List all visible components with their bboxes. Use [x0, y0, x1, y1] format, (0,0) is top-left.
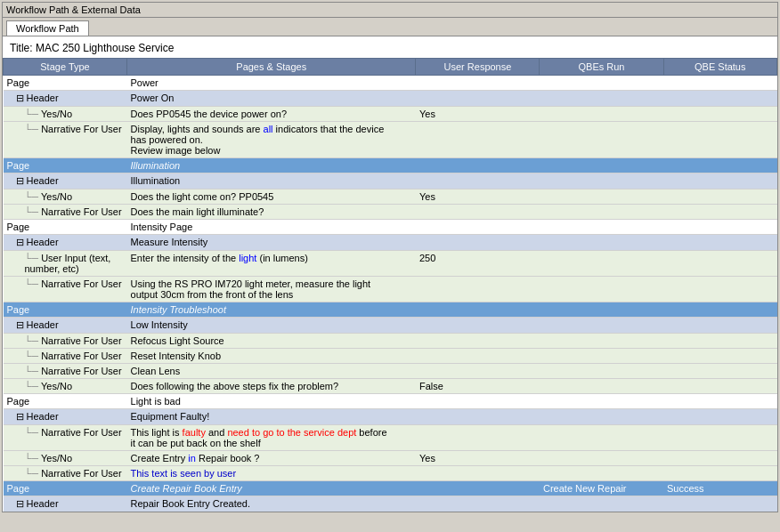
cell-stage: Page [4, 302, 127, 318]
cell-qbestatus [663, 220, 776, 235]
table-row: └─ User Input (text,number, etc)Enter th… [4, 251, 777, 277]
cell-qbestatus [663, 302, 776, 318]
cell-response [416, 318, 540, 334]
cell-qbes [540, 379, 663, 394]
cell-stage: └─ Yes/No [4, 379, 127, 394]
cell-pages: Measure Intensity [127, 235, 416, 251]
cell-response [416, 220, 540, 235]
cell-stage: ⊟ Header [4, 318, 127, 334]
title-row: Title: MAC 250 Lighthouse Service [3, 36, 777, 58]
table-row: ⊟ HeaderIllumination [4, 173, 777, 189]
table-row: └─ Narrative For UserUsing the RS PRO IM… [4, 277, 777, 302]
table-scroll-area[interactable]: Stage Type Pages & Stages User Response … [3, 58, 777, 512]
cell-stage: ⊟ Header [4, 409, 127, 425]
cell-qbes [540, 76, 663, 91]
table-row: └─ Narrative For UserThis text is seen b… [4, 466, 777, 481]
cell-pages: Intensity Troubleshoot [127, 302, 416, 318]
table-row: PagePower [4, 76, 777, 91]
cell-qbes [540, 425, 663, 451]
cell-qbestatus [663, 205, 776, 220]
cell-stage: ⊟ Header [4, 91, 127, 107]
cell-qbes [540, 220, 663, 235]
cell-response: Yes [416, 189, 540, 205]
cell-stage: └─ Narrative For User [4, 122, 127, 158]
table-row: ⊟ HeaderEquipment Faulty! [4, 409, 777, 425]
cell-response [416, 349, 540, 364]
cell-pages: Illumination [127, 173, 416, 189]
cell-response [416, 205, 540, 220]
cell-response [416, 481, 540, 496]
cell-qbestatus [663, 235, 776, 251]
cell-pages: Create Entry in Repair book ? [127, 451, 416, 466]
cell-qbestatus [663, 466, 776, 481]
cell-qbes [540, 251, 663, 277]
cell-pages: Reset Intensity Knob [127, 349, 416, 364]
table-row: └─ Narrative For UserClean Lens [4, 364, 777, 379]
cell-pages: Using the RS PRO IM720 light meter, meas… [127, 277, 416, 302]
cell-response [416, 334, 540, 349]
cell-pages: This text is seen by user [127, 466, 416, 481]
table-row: └─ Yes/NoDoes PP0545 the device power on… [4, 107, 777, 122]
cell-stage: └─ Yes/No [4, 107, 127, 122]
cell-qbestatus [663, 189, 776, 205]
cell-qbestatus [663, 425, 776, 451]
col-header-response: User Response [416, 59, 540, 76]
col-header-pages: Pages & Stages [127, 59, 416, 76]
col-header-qbes: QBEs Run [540, 59, 663, 76]
table-row: ⊟ HeaderRepair Book Entry Created. [4, 496, 777, 512]
cell-qbes [540, 91, 663, 107]
cell-qbes [540, 409, 663, 425]
cell-qbes [540, 451, 663, 466]
cell-qbestatus [663, 451, 776, 466]
cell-pages: Display, lights and sounds are all indic… [127, 122, 416, 158]
cell-qbestatus [663, 409, 776, 425]
cell-response [416, 496, 540, 512]
cell-response: Yes [416, 451, 540, 466]
cell-response: False [416, 379, 540, 394]
cell-qbestatus [663, 318, 776, 334]
cell-qbes [540, 173, 663, 189]
cell-response [416, 158, 540, 173]
table-row: PageIntensity Page [4, 220, 777, 235]
cell-response [416, 394, 540, 409]
table-row: ⊟ HeaderLow Intensity [4, 318, 777, 334]
table-row: └─ Narrative For UserDoes the main light… [4, 205, 777, 220]
cell-stage: └─ Narrative For User [4, 466, 127, 481]
cell-qbestatus: Success [663, 481, 776, 496]
cell-qbestatus [663, 277, 776, 302]
cell-pages: Does the main light illuminate? [127, 205, 416, 220]
cell-pages: Does PP0545 the device power on? [127, 107, 416, 122]
cell-response [416, 76, 540, 91]
cell-qbes [540, 122, 663, 158]
cell-stage: ⊟ Header [4, 235, 127, 251]
cell-stage: └─ Yes/No [4, 451, 127, 466]
cell-response [416, 466, 540, 481]
cell-qbes [540, 158, 663, 173]
cell-pages: Does following the above steps fix the p… [127, 379, 416, 394]
table-row: └─ Yes/NoDoes the light come on? PP0545Y… [4, 189, 777, 205]
col-header-qbestatus: QBE Status [663, 59, 776, 76]
cell-qbes [540, 466, 663, 481]
cell-pages: Create Repair Book Entry [127, 481, 416, 496]
tab-workflow-path[interactable]: Workflow Path [6, 20, 89, 36]
cell-stage: Page [4, 394, 127, 409]
cell-response [416, 173, 540, 189]
cell-response [416, 302, 540, 318]
cell-qbestatus [663, 122, 776, 158]
table-row: └─ Narrative For UserThis light is fault… [4, 425, 777, 451]
cell-response: Yes [416, 107, 540, 122]
cell-response [416, 425, 540, 451]
cell-qbestatus [663, 91, 776, 107]
cell-qbes: Create New Repair [540, 481, 663, 496]
cell-pages: Clean Lens [127, 364, 416, 379]
cell-stage: └─ Narrative For User [4, 364, 127, 379]
cell-stage: Page [4, 481, 127, 496]
cell-pages: Intensity Page [127, 220, 416, 235]
cell-pages: Light is bad [127, 394, 416, 409]
cell-pages: Low Intensity [127, 318, 416, 334]
cell-qbes [540, 189, 663, 205]
cell-qbestatus [663, 158, 776, 173]
cell-pages: Power [127, 76, 416, 91]
cell-response [416, 235, 540, 251]
cell-response [416, 277, 540, 302]
